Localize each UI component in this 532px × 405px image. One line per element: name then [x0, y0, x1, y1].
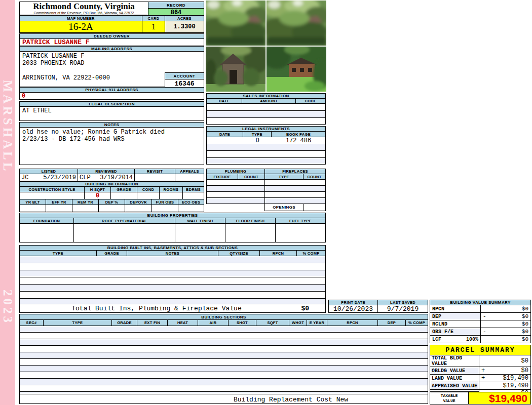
bs-grade-label: GRADE	[112, 320, 137, 326]
cond-label: COND	[137, 187, 160, 192]
building-properties-header-row: FOUNDATION ROOF TYPE/MATERIAL WALL FINIS…	[19, 218, 326, 224]
record-label: RECORD	[148, 2, 204, 9]
legal-instrument-row: D 172 486	[206, 137, 326, 144]
building-info-header-1: CONSTRUCTION STYLE H SQFT GRADE COND ROO…	[19, 187, 204, 192]
bs-dep-label: DEP	[378, 320, 406, 326]
construction-style-label: CONSTRUCTION STYLE	[20, 187, 85, 192]
bs-sqft-label: SQFT	[256, 320, 289, 326]
mailing-line-2: 2033 PHOENIX ROAD	[22, 60, 84, 67]
acres-label: ACRES	[165, 16, 204, 21]
map-card-acres-header: MAP NUMBER CARD ACRES	[19, 15, 204, 21]
notes-line-1: old hse no value; Ronnie G Patrick died	[22, 129, 165, 136]
property-photo-4[interactable]	[267, 47, 326, 92]
property-photo-1[interactable]	[206, 1, 265, 46]
taxable-value: $19,490	[469, 392, 530, 404]
bvs-rclnd-label: RCLND	[432, 321, 447, 327]
building-sections-title: BUILDING SECTIONS	[19, 314, 428, 320]
revisit-label: REVISIT	[135, 169, 175, 174]
building-properties-title: BUILDING PROPERTIES	[19, 213, 326, 218]
property-photo-2[interactable]	[267, 1, 326, 46]
plumbing-fireplaces-titles: PLUMBING FIREPLACES	[206, 169, 326, 174]
hsqft-label: H SQFT	[85, 187, 111, 192]
fixture-label: FIXTURE	[207, 174, 238, 179]
ps-obldg-label: OBLDG VALUE	[430, 367, 479, 374]
bvs-rpcn-value: $0	[522, 306, 528, 312]
bi-type-label: TYPE	[20, 251, 97, 256]
ps-row-obldg: OBLDG VALUE +$0	[430, 367, 530, 375]
bi-comp-label: % COMP	[297, 251, 325, 256]
appeals-value	[175, 174, 204, 181]
bvs-obs-label: OBS F/E	[432, 329, 453, 335]
sales-information-title: SALES INFORMATION	[206, 93, 326, 99]
ps-row-land: LAND VALUE +$19,490	[430, 375, 530, 382]
li-date-value	[207, 137, 243, 144]
bi-rpcn-label: RPCN	[260, 251, 297, 256]
last-saved-value: 9/7/2019	[378, 305, 428, 312]
bdrms-label: BDRMS	[183, 187, 204, 192]
sales-amount-label: AMOUNT	[242, 99, 296, 103]
openings-value	[303, 204, 325, 211]
review-header-row: LISTED REVIEWED REVISIT APPEALS	[19, 169, 204, 174]
ps-land-label: LAND VALUE	[430, 375, 479, 382]
foundation-label: FOUNDATION	[20, 218, 74, 223]
bvs-dep-op: -	[483, 313, 486, 319]
mailing-line-3: ARRINGTON, VA 22922-0000	[22, 74, 110, 82]
legal-description-box: AT ETHEL	[19, 107, 204, 121]
ps-total-bldg-label: TOTAL BLDG VALUE	[430, 355, 479, 367]
legal-instruments-title: LEGAL INSTRUMENTS	[206, 126, 326, 132]
review-value-row: JC 5/23/2019 CLP 3/19/2014	[19, 174, 204, 181]
building-info-header-2: YR BLT EFF YR REM YR DEP % DEPOVR FUN OB…	[19, 199, 204, 205]
parcel-summary-table: TOTAL BLDG VALUE $0 OBLDG VALUE +$0 LAND…	[430, 355, 531, 392]
physical-address-value: 0	[19, 93, 204, 100]
roof-type-label: ROOF TYPE/MATERIAL	[74, 218, 175, 223]
li-bookpage-label: BOOK PAGE	[272, 132, 325, 137]
built-ins-total-value: $0	[301, 305, 309, 312]
building-sections-header-row: SEC# TYPE GRADE EXT FIN HEAT AIR SHGT SQ…	[19, 320, 428, 326]
yr-blt-label: YR BLT	[20, 199, 46, 205]
account-label: ACCOUNT	[165, 72, 204, 79]
ps-total-bldg-value: $0	[521, 357, 528, 364]
bs-rpcn-label: RPCN	[327, 320, 378, 326]
sales-date-label: DATE	[207, 99, 242, 103]
taxable-value-row: TAXABLE VALUE $19,490	[430, 392, 531, 404]
physical-address-label: PHYSICAL 911 ADDRESS	[19, 87, 204, 93]
reviewed-by: CLP	[80, 174, 91, 181]
bs-heat-label: HEAT	[168, 320, 198, 326]
fireplace-type-label: TYPE	[265, 174, 303, 179]
li-date-label: DATE	[207, 132, 243, 137]
wall-finish-label: WALL FINISH	[175, 218, 225, 223]
built-ins-empty-rows	[19, 256, 326, 304]
bvs-rclnd-value: $0	[522, 321, 528, 327]
notes-line-2: 2/23/13 - DB 172-456 had WRS	[22, 136, 125, 143]
mailing-address-box: PATRICK LUSANNE F 2033 PHOENIX ROAD ARRI…	[19, 52, 204, 87]
built-ins-title: BUILDING BUILT INS, BASEMENTS, ATTICS & …	[19, 245, 326, 251]
county-subtitle: Commissioner of the Revenue, PO Box 366,…	[20, 11, 148, 15]
bvs-row-obs: OBS F/E -$0	[430, 328, 530, 336]
map-number-value: 16-2A	[20, 21, 142, 32]
fun-obs-label: FUN OBS	[152, 199, 178, 205]
building-sections-empty-rows	[19, 326, 428, 394]
bs-sec-label: SEC#	[20, 320, 44, 326]
property-photo-3[interactable]	[206, 47, 265, 92]
print-date-value: 10/26/2023	[329, 305, 378, 312]
plumbing-fireplaces-header-row: FIXTURE COUNT TYPE COUNT	[206, 174, 326, 180]
li-bookpage-value: 172 486	[272, 137, 325, 144]
acres-value: 1.3300	[165, 21, 204, 32]
rooms-label: ROOMS	[160, 187, 183, 192]
ps-row-total-bldg: TOTAL BLDG VALUE $0	[430, 355, 530, 367]
sidebar: MARSHALL 2023	[0, 0, 15, 405]
account-box: ACCOUNT 16346	[165, 72, 204, 87]
building-value-summary-table: RPCN $0 DEP -$0 RCLND $0 OBS F/E -$0 LCF…	[430, 305, 531, 343]
dep-pct-label: DEP %	[99, 199, 125, 205]
bvs-row-lcf: LCF100% $0	[430, 336, 530, 343]
bvs-lcf-pct: 100%	[466, 337, 478, 342]
legal-description-value: AT ETHEL	[22, 107, 52, 114]
parcel-summary-title: PARCEL SUMMARY	[430, 345, 531, 355]
eco-obs-label: ECO OBS	[178, 199, 204, 205]
legal-instruments-empty-rows	[206, 144, 326, 165]
listed-value: JC 5/23/2019	[20, 174, 78, 181]
notes-label: NOTES	[19, 122, 204, 128]
hsqft-value: 0	[85, 192, 111, 199]
bvs-lcf-label: LCF	[432, 337, 441, 342]
building-info-values-2	[19, 205, 204, 212]
